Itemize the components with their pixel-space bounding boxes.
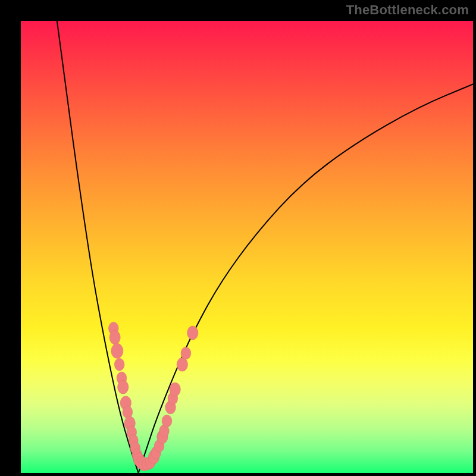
- data-marker: [187, 326, 198, 340]
- data-marker: [109, 331, 120, 345]
- data-marker: [162, 415, 172, 427]
- plot-area: [21, 21, 473, 473]
- data-marker: [114, 358, 124, 371]
- data-marker: [118, 380, 129, 394]
- data-marker: [170, 383, 180, 396]
- data-marker: [111, 343, 123, 358]
- marker-layer: [108, 322, 198, 471]
- watermark-text: TheBottleneck.com: [346, 2, 469, 18]
- chart-svg: [21, 21, 473, 473]
- data-marker: [177, 358, 187, 371]
- curve-layer: [57, 21, 473, 473]
- data-marker: [123, 406, 133, 418]
- curve-right-branch: [139, 84, 473, 473]
- data-marker: [181, 347, 191, 359]
- chart-frame: TheBottleneck.com: [0, 0, 476, 476]
